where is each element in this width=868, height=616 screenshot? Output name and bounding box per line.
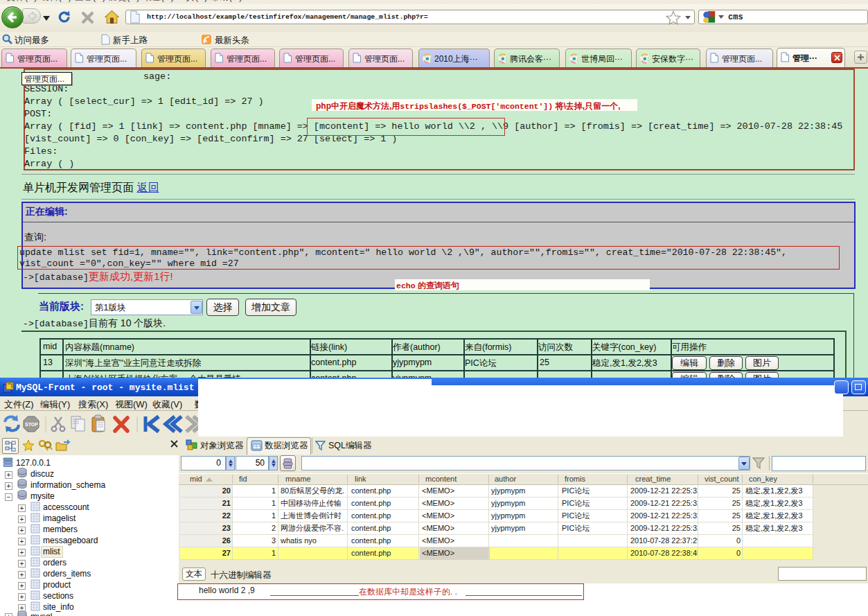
svg-text:STOP: STOP: [25, 422, 38, 427]
